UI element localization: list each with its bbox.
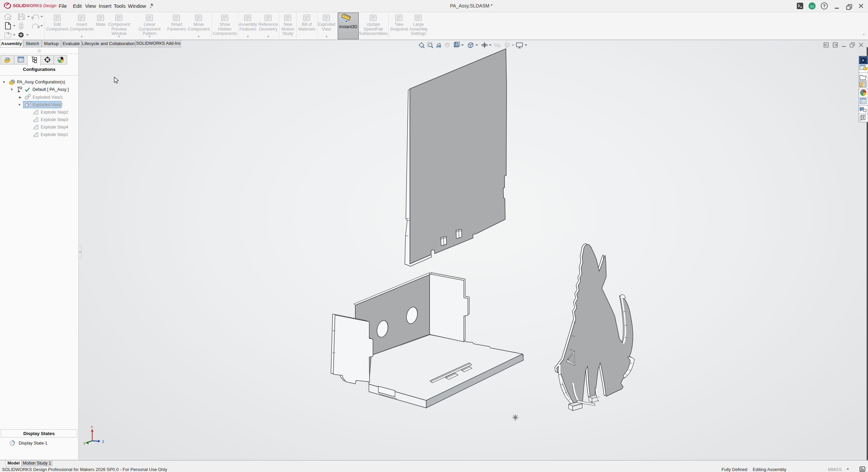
svg-text:y: y xyxy=(84,441,85,445)
svg-text:x: x xyxy=(91,425,93,429)
svg-text:?: ? xyxy=(823,4,826,8)
svg-text:SJ: SJ xyxy=(810,4,814,8)
svg-text:z: z xyxy=(102,439,104,444)
svg-text:SOLIDWORKS Design: SOLIDWORKS Design xyxy=(13,3,57,8)
